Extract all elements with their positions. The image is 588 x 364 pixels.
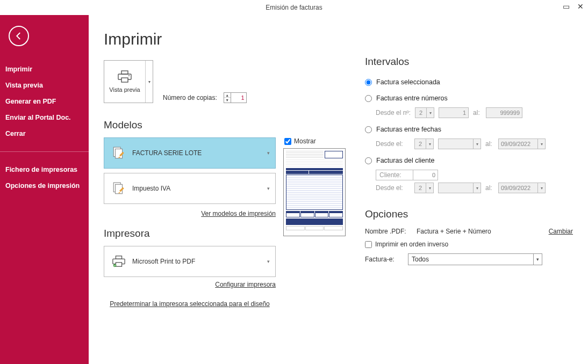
printer-icon xyxy=(117,70,132,83)
window-title: Emisión de facturas xyxy=(266,4,322,11)
al-label: al: xyxy=(485,184,494,192)
model-label: FACTURA SERIE LOTE xyxy=(132,149,202,157)
chevron-down-icon: ▾ xyxy=(267,150,270,156)
chevron-down-icon: ▾ xyxy=(148,79,150,84)
al-label: al: xyxy=(485,140,494,148)
mostrar-label: Mostrar xyxy=(294,137,316,145)
copies-label: Número de copias: xyxy=(163,94,217,101)
pdf-name-value: Factura + Serie + Número xyxy=(417,228,543,235)
vista-previa-label: Vista previa xyxy=(109,86,140,93)
radio-label: Facturas entre números xyxy=(376,94,448,102)
close-icon[interactable]: ✕ xyxy=(577,2,584,11)
radio-facturas-cliente[interactable] xyxy=(365,157,372,164)
orden-inverso-checkbox[interactable] xyxy=(365,241,372,248)
hasta-fecha-select[interactable]: 09/09/2022▾ xyxy=(498,139,546,149)
sidebar-item-vista-previa[interactable]: Vista previa xyxy=(0,77,89,93)
radio-facturas-fechas[interactable] xyxy=(365,126,372,133)
chevron-down-icon: ▾ xyxy=(267,186,270,191)
desde-n-label: Desde el nº: xyxy=(376,109,411,117)
document-icon xyxy=(112,181,126,195)
chevron-down-icon: ▾ xyxy=(267,259,270,264)
vista-previa-dropdown[interactable]: ▾ xyxy=(145,61,153,103)
sidebar-item-enviar-portal[interactable]: Enviar al Portal Doc. xyxy=(0,110,89,126)
spinner-down-icon[interactable]: ▼ xyxy=(224,98,231,103)
printer-label: Microsoft Print to PDF xyxy=(132,258,195,265)
modelos-heading: Modelos xyxy=(104,119,346,131)
document-thumbnail[interactable] xyxy=(283,148,346,236)
svg-rect-0 xyxy=(121,71,128,74)
sidebar-item-fichero-impresoras[interactable]: Fichero de impresoras xyxy=(0,162,89,178)
model-label: Impuesto IVA xyxy=(132,185,170,192)
ver-modelos-link[interactable]: Ver modelos de impresión xyxy=(201,210,276,217)
cambiar-link[interactable]: Cambiar xyxy=(549,228,573,235)
printer-select[interactable]: Microsoft Print to PDF ▾ xyxy=(104,246,276,277)
sidebar-item-generar-pdf[interactable]: Generar en PDF xyxy=(0,93,89,110)
titlebar: Emisión de facturas ▭ ✕ xyxy=(0,0,588,15)
desde-fecha-select[interactable]: ▾ xyxy=(438,183,481,193)
page-title: Imprimir xyxy=(104,30,346,48)
radio-label: Facturas del cliente xyxy=(376,157,434,164)
svg-rect-2 xyxy=(121,78,128,82)
serie-select[interactable]: 2▾ xyxy=(415,107,434,118)
model-item-impuesto-iva[interactable]: Impuesto IVA ▾ xyxy=(104,173,276,204)
intervalos-heading: Intervalos xyxy=(365,56,573,68)
orden-inverso-label: Imprimir en orden inverso xyxy=(375,241,448,248)
svg-rect-10 xyxy=(116,263,121,266)
document-icon xyxy=(112,146,126,160)
sidebar-item-imprimir[interactable]: Imprimir xyxy=(0,61,89,77)
radio-factura-seleccionada[interactable] xyxy=(365,79,372,86)
back-button[interactable] xyxy=(9,26,29,46)
chevron-down-icon: ▾ xyxy=(534,253,542,265)
impresora-heading: Impresora xyxy=(104,228,276,239)
desde-fecha-label: Desde el: xyxy=(376,184,410,192)
model-item-factura-serie-lote[interactable]: FACTURA SERIE LOTE ▾ xyxy=(104,137,276,169)
desde-fecha-label: Desde el: xyxy=(376,140,410,148)
spinner-up-icon[interactable]: ▲ xyxy=(224,93,231,98)
copies-input[interactable] xyxy=(231,93,246,103)
desde-n-input[interactable] xyxy=(439,107,469,118)
radio-label: Facturas entre fechas xyxy=(376,126,441,133)
svg-point-11 xyxy=(113,264,117,267)
hasta-fecha-select[interactable]: 09/09/2022▾ xyxy=(498,183,546,193)
svg-point-3 xyxy=(128,75,130,76)
mostrar-checkbox[interactable] xyxy=(284,138,291,145)
sidebar-item-cerrar[interactable]: Cerrar xyxy=(0,126,89,142)
radio-label: Factura seleccionada xyxy=(376,78,440,86)
cliente-input[interactable] xyxy=(413,170,438,180)
sidebar-item-opciones-impresion[interactable]: Opciones de impresión xyxy=(0,178,89,194)
al-label: al: xyxy=(473,109,482,117)
hasta-n-input[interactable] xyxy=(486,107,522,118)
sidebar-separator xyxy=(0,151,89,152)
radio-facturas-numeros[interactable] xyxy=(365,95,372,102)
cliente-label: Cliente: xyxy=(376,170,413,180)
facturae-label: Factura-e: xyxy=(365,256,403,263)
svg-rect-8 xyxy=(116,256,121,259)
serie-select[interactable]: 2▾ xyxy=(414,183,434,193)
serie-select[interactable]: 2▾ xyxy=(414,139,434,149)
sidebar: Imprimir Vista previa Generar en PDF Env… xyxy=(0,15,89,364)
pdf-name-label: Nombre .PDF: xyxy=(365,228,411,235)
maximize-icon[interactable]: ▭ xyxy=(563,2,570,11)
opciones-heading: Opciones xyxy=(365,208,573,220)
configurar-impresora-link[interactable]: Configurar impresora xyxy=(215,281,276,288)
predeterminar-impresora-link[interactable]: Predeterminar la impresora seleccionada … xyxy=(110,300,270,308)
vista-previa-button[interactable]: Vista previa ▾ xyxy=(104,60,153,103)
facturae-select[interactable]: Todos ▾ xyxy=(408,253,542,265)
printer-icon xyxy=(112,254,126,268)
copies-spinner[interactable]: ▲ ▼ xyxy=(224,92,247,103)
desde-fecha-select[interactable]: ▾ xyxy=(438,139,481,149)
